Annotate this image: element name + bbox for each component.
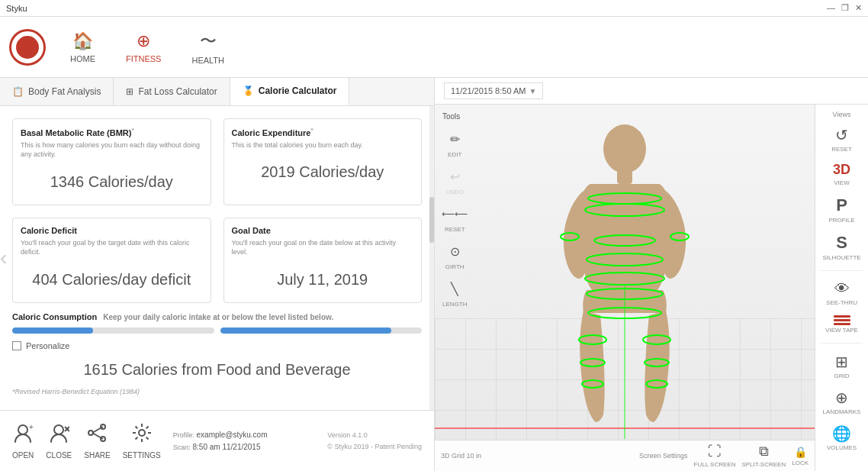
length-btn[interactable]: ╲ bbox=[442, 276, 467, 301]
split-screen-icon: ⧉ bbox=[759, 444, 769, 460]
fullscreen-label: FULL SCREEN bbox=[694, 461, 736, 468]
view-tape-btn[interactable]: VIEW TAPE bbox=[815, 312, 868, 337]
girth-tool[interactable]: ⊙ GIRTH bbox=[442, 239, 467, 270]
undo-label: UNDO bbox=[445, 189, 464, 195]
undo-tool[interactable]: ↩ UNDO bbox=[442, 164, 467, 195]
caloric-consumption-section: Caloric Consumption Keep your daily calo… bbox=[12, 312, 422, 334]
3d-view-btn[interactable]: 3D VIEW bbox=[815, 159, 868, 189]
home-icon: 🏠 bbox=[72, 31, 93, 51]
version-label: Version 4.1.0 bbox=[327, 430, 422, 440]
tab-fat-loss[interactable]: ⊞ Fat Loss Calculator bbox=[114, 78, 230, 105]
main-area: 📋 Body Fat Analysis ⊞ Fat Loss Calculato… bbox=[0, 78, 868, 471]
girth-btn[interactable]: ⊙ bbox=[442, 239, 467, 263]
svg-point-9 bbox=[603, 124, 646, 173]
app-title: Styku bbox=[6, 4, 27, 13]
caloric-consumption-desc: Keep your daily caloric intake at or bel… bbox=[103, 313, 333, 321]
bmr-box: Basal Metabolic Rate (BMR)* This is how … bbox=[12, 118, 211, 205]
scan-value: 8:50 am 11/21/2015 bbox=[193, 443, 261, 451]
bmr-desc: This is how many calories you burn each … bbox=[21, 140, 203, 160]
close-action[interactable]: CLOSE bbox=[46, 422, 72, 460]
profile-email: example@styku.com bbox=[197, 431, 268, 439]
reset-view-label: RESET bbox=[831, 146, 852, 153]
bottom-bar: + OPEN CLOSE bbox=[0, 410, 434, 471]
see-thru-btn[interactable]: 👁 SEE-THRU bbox=[815, 277, 868, 309]
tab-body-fat[interactable]: 📋 Body Fat Analysis bbox=[0, 78, 114, 105]
grid-label: 3D Grid 10 in bbox=[441, 452, 481, 460]
view-toolbar: 11/21/2015 8:50 AM ▼ bbox=[435, 78, 868, 105]
close-btn[interactable]: ✕ bbox=[855, 3, 862, 13]
settings-icon bbox=[131, 422, 153, 448]
fullscreen-icon: ⛶ bbox=[708, 444, 722, 460]
share-action[interactable]: SHARE bbox=[84, 422, 110, 460]
calorie-total: 1615 Calories from Food and Beverage bbox=[12, 358, 422, 382]
volumes-icon: 🌐 bbox=[832, 424, 851, 443]
body-svg bbox=[526, 118, 724, 439]
lock-label: LOCK bbox=[792, 460, 809, 466]
svg-rect-10 bbox=[617, 170, 632, 184]
length-tool[interactable]: ╲ LENGTH bbox=[442, 276, 467, 308]
restore-btn[interactable]: ❐ bbox=[841, 3, 849, 13]
date-select[interactable]: 11/21/2015 8:50 AM ▼ bbox=[444, 82, 543, 99]
viewport-area: 11/21/2015 8:50 AM ▼ Tools ✏ EDIT bbox=[435, 78, 868, 471]
app-logo bbox=[9, 29, 46, 66]
reset-btn[interactable]: ⟵⟵ bbox=[442, 202, 467, 226]
goal-date-desc: You'll reach your goal on the date below… bbox=[232, 238, 414, 257]
edit-btn[interactable]: ✏ bbox=[442, 127, 467, 151]
volumes-btn[interactable]: 🌐 VOLUMES bbox=[815, 421, 868, 454]
left-panel: 📋 Body Fat Analysis ⊞ Fat Loss Calculato… bbox=[0, 78, 435, 471]
tape-line-1 bbox=[834, 315, 850, 318]
caloric-expenditure-desc: This is the total calories you burn each… bbox=[232, 140, 414, 150]
reset-view-btn[interactable]: ↺ RESET bbox=[815, 123, 868, 156]
split-screen-btn[interactable]: ⧉ SPLIT-SCREEN bbox=[741, 444, 786, 468]
caloric-expenditure-value: 2019 Calories/day bbox=[232, 157, 414, 187]
nav-health[interactable]: 〜 HEALTH bbox=[185, 27, 230, 68]
svg-point-2 bbox=[54, 425, 63, 434]
profile-view-btn[interactable]: P PROFILE bbox=[815, 192, 868, 227]
right-sidebar: Views ↺ RESET 3D VIEW P PROFILE S SILHOU… bbox=[815, 105, 868, 471]
title-bar: Styku — ❐ ✕ bbox=[0, 0, 868, 17]
minimize-btn[interactable]: — bbox=[827, 3, 835, 13]
silhouette-view-icon: S bbox=[836, 233, 847, 253]
personalize-checkbox[interactable] bbox=[12, 341, 21, 350]
nav-home[interactable]: 🏠 HOME bbox=[64, 28, 101, 66]
title-bar-controls: — ❐ ✕ bbox=[827, 3, 862, 13]
svg-point-8 bbox=[139, 430, 145, 436]
view-tape-icon bbox=[834, 315, 850, 325]
caloric-expenditure-label: Caloric Expenditure* bbox=[232, 127, 414, 137]
3d-icon: 3D bbox=[833, 162, 850, 178]
scroll-indicator[interactable] bbox=[429, 106, 434, 410]
grid-icon: ⊞ bbox=[835, 353, 848, 371]
progress-bar-1-container bbox=[12, 327, 214, 334]
profile-view-icon: P bbox=[836, 195, 847, 215]
prev-arrow[interactable]: ‹ bbox=[0, 246, 7, 270]
health-label: HEALTH bbox=[191, 56, 224, 65]
open-label: OPEN bbox=[12, 451, 34, 460]
reset-tool[interactable]: ⟵⟵ RESET bbox=[442, 202, 467, 233]
progress-bar-1 bbox=[12, 327, 93, 334]
3d-view-label: VIEW bbox=[834, 179, 849, 186]
open-action[interactable]: + OPEN bbox=[12, 422, 34, 460]
body-figure bbox=[526, 118, 724, 442]
fullscreen-btn[interactable]: ⛶ FULL SCREEN bbox=[694, 444, 736, 468]
tab-body-fat-label: Body Fat Analysis bbox=[28, 86, 101, 97]
caloric-expenditure-box: Caloric Expenditure* This is the total c… bbox=[223, 118, 423, 205]
caloric-deficit-value: 404 Calories/day deficit bbox=[21, 265, 203, 295]
nav-fitness[interactable]: ⊕ FITNESS bbox=[120, 28, 167, 66]
edit-tool[interactable]: ✏ EDIT bbox=[442, 127, 467, 158]
landmarks-btn[interactable]: ⊕ LANDMARKS bbox=[815, 386, 868, 418]
undo-btn[interactable]: ↩ bbox=[442, 164, 467, 189]
progress-bar-2-container bbox=[220, 327, 423, 334]
silhouette-view-btn[interactable]: S SILHOUETTE bbox=[815, 230, 868, 264]
tabs: 📋 Body Fat Analysis ⊞ Fat Loss Calculato… bbox=[0, 78, 434, 106]
screen-settings: Screen Settings ⛶ FULL SCREEN ⧉ SPLIT-SC… bbox=[639, 444, 809, 468]
settings-action[interactable]: SETTINGS bbox=[123, 422, 161, 460]
grid-btn[interactable]: ⊞ GRID bbox=[815, 350, 868, 382]
tab-body-fat-icon: 📋 bbox=[12, 86, 24, 97]
tools-label: Tools bbox=[442, 112, 467, 121]
lock-icon: 🔒 bbox=[794, 446, 807, 458]
tab-calorie[interactable]: 🏅 Calorie Calculator bbox=[230, 78, 350, 105]
dropdown-arrow-icon: ▼ bbox=[529, 87, 536, 95]
settings-label: SETTINGS bbox=[123, 451, 161, 460]
tab-calorie-icon: 🏅 bbox=[243, 85, 254, 96]
girth-label: GIRTH bbox=[445, 263, 465, 270]
